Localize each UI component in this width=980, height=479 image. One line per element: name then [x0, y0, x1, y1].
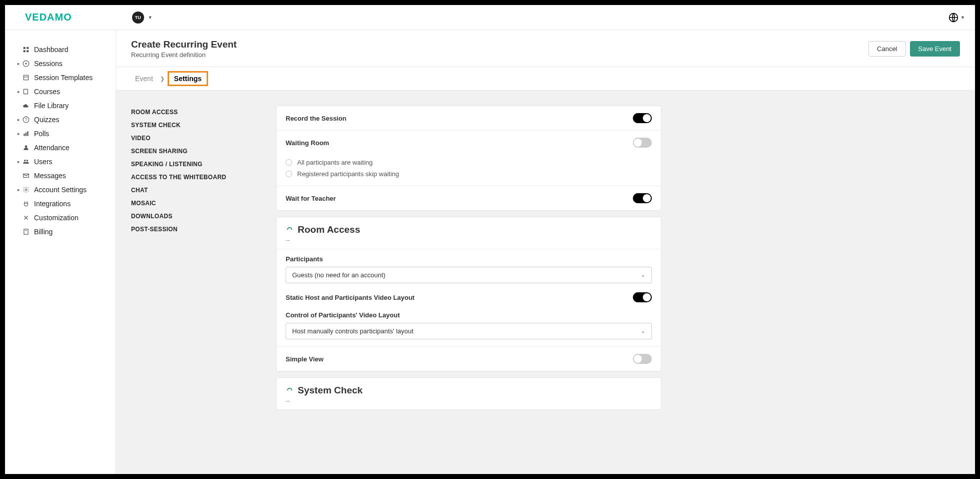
subnav-speaking-listening[interactable]: SPEAKING / LISTENING: [131, 158, 261, 171]
waiting-option-registered[interactable]: Registered participants skip waiting: [286, 168, 652, 180]
wait-teacher-toggle[interactable]: [633, 193, 652, 203]
svg-rect-2: [27, 47, 29, 49]
gear-icon: [22, 186, 30, 194]
subnav-downloads[interactable]: DOWNLOADS: [131, 210, 261, 223]
template-icon: [22, 74, 30, 82]
tools-icon: [22, 214, 30, 222]
page-subtitle: Recurring Event definition: [131, 51, 237, 59]
sidebar-item-integrations[interactable]: Integrations: [5, 197, 116, 211]
waiting-option-all[interactable]: All participants are waiting: [286, 157, 652, 168]
caret-right-icon: ▸: [15, 89, 22, 94]
subnav-chat[interactable]: CHAT: [131, 184, 261, 197]
tab-event[interactable]: Event: [131, 73, 157, 85]
subnav-video[interactable]: VIDEO: [131, 132, 261, 145]
sidebar-item-session-templates[interactable]: Session Templates: [5, 71, 116, 85]
sidebar-item-dashboard[interactable]: Dashboard: [5, 43, 116, 57]
sidebar-item-label: Billing: [34, 228, 111, 236]
tab-bar: Event ❯ Settings: [116, 67, 975, 91]
svg-text:?: ?: [25, 118, 28, 122]
room-access-title: Room Access: [298, 224, 360, 235]
globe-icon: [948, 13, 958, 23]
dashboard-icon: [22, 46, 30, 54]
waiting-option-registered-label: Registered participants skip waiting: [297, 170, 399, 178]
waiting-option-all-label: All participants are waiting: [297, 159, 373, 166]
subnav-system-check[interactable]: SYSTEM CHECK: [131, 119, 261, 132]
participants-value: Guests (no need for an account): [292, 271, 385, 279]
gauge-icon: [286, 226, 294, 234]
sidebar-item-label: Customization: [34, 214, 111, 222]
save-event-button[interactable]: Save Event: [910, 41, 960, 57]
help-icon: ?: [22, 116, 30, 124]
record-session-label: Record the Session: [286, 115, 346, 122]
svg-point-18: [25, 189, 27, 191]
svg-rect-7: [24, 75, 28, 80]
language-menu[interactable]: ▼: [948, 13, 965, 23]
radio-icon: [286, 171, 292, 177]
sidebar-item-account-settings[interactable]: ▸Account Settings: [5, 183, 116, 197]
person-icon: [22, 144, 30, 152]
simple-view-toggle[interactable]: [633, 354, 652, 364]
waiting-room-toggle[interactable]: [633, 138, 652, 148]
sidebar-item-sessions[interactable]: ▸Sessions: [5, 57, 116, 71]
control-layout-label: Control of Participants' Video Layout: [286, 311, 652, 319]
svg-rect-1: [24, 47, 26, 49]
subnav-room-access[interactable]: ROOM ACCESS: [131, 106, 261, 119]
sidebar-item-polls[interactable]: ▸Polls: [5, 127, 116, 141]
sidebar-item-courses[interactable]: ▸Courses: [5, 85, 116, 99]
sidebar-item-attendance[interactable]: Attendance: [5, 141, 116, 155]
subnav-post-session[interactable]: POST-SESSION: [131, 223, 261, 236]
control-layout-select[interactable]: Host manually controls participants' lay…: [286, 323, 652, 339]
simple-view-label: Simple View: [286, 355, 324, 363]
sidebar: Dashboard▸SessionsSession Templates▸Cour…: [5, 30, 116, 474]
sidebar-item-label: Quizzes: [34, 116, 111, 124]
participants-select[interactable]: Guests (no need for an account) ⌄: [286, 267, 652, 283]
static-layout-label: Static Host and Participants Video Layou…: [286, 294, 415, 301]
gauge-icon: [286, 386, 294, 394]
sidebar-item-label: Integrations: [34, 200, 111, 208]
cancel-button[interactable]: Cancel: [868, 41, 905, 57]
static-layout-toggle[interactable]: [633, 292, 652, 302]
people-icon: [22, 158, 30, 166]
sidebar-item-messages[interactable]: Messages: [5, 169, 116, 183]
svg-point-16: [27, 160, 29, 162]
subnav-screen-sharing[interactable]: SCREEN SHARING: [131, 145, 261, 158]
subnav-mosaic[interactable]: MOSAIC: [131, 197, 261, 210]
wait-teacher-label: Wait for Teacher: [286, 195, 336, 202]
tab-settings[interactable]: Settings: [168, 71, 208, 86]
sidebar-item-label: Attendance: [34, 144, 111, 152]
waiting-room-label: Waiting Room: [286, 139, 329, 147]
sidebar-item-label: Courses: [34, 88, 111, 96]
caret-down-icon: ▼: [960, 15, 965, 20]
sidebar-item-billing[interactable]: Billing: [5, 225, 116, 239]
chevron-down-icon: ⌄: [641, 272, 645, 278]
sidebar-item-label: Account Settings: [34, 186, 111, 194]
chart-icon: [22, 130, 30, 138]
brand-logo[interactable]: VEDAMO: [25, 12, 72, 23]
sidebar-item-customization[interactable]: Customization: [5, 211, 116, 225]
caret-right-icon: ▸: [15, 159, 22, 164]
plug-icon: [22, 200, 30, 208]
svg-point-14: [25, 145, 28, 148]
caret-right-icon: ▸: [15, 131, 22, 136]
sidebar-item-file-library[interactable]: File Library: [5, 99, 116, 113]
caret-right-icon: ▸: [15, 61, 22, 66]
page-title: Create Recurring Event: [131, 39, 237, 50]
chevron-down-icon: ⌄: [641, 328, 645, 334]
sidebar-item-label: Messages: [34, 172, 111, 180]
user-menu[interactable]: TU ▼: [132, 12, 153, 24]
record-session-toggle[interactable]: [633, 113, 652, 123]
caret-right-icon: ▸: [15, 117, 22, 122]
subnav-access-to-the-whiteboard[interactable]: ACCESS TO THE WHITEBOARD: [131, 171, 261, 184]
svg-rect-3: [24, 50, 26, 52]
sidebar-item-label: File Library: [34, 102, 111, 110]
billing-icon: [22, 228, 30, 236]
sidebar-item-label: Dashboard: [34, 46, 111, 54]
chevron-right-icon: ❯: [160, 76, 165, 82]
mail-icon: [22, 172, 30, 180]
sidebar-item-quizzes[interactable]: ▸?Quizzes: [5, 113, 116, 127]
sidebar-item-label: Session Templates: [34, 74, 111, 82]
system-check-title: System Check: [298, 385, 363, 396]
caret-right-icon: ▸: [15, 187, 22, 192]
svg-rect-13: [27, 131, 28, 136]
sidebar-item-users[interactable]: ▸Users: [5, 155, 116, 169]
